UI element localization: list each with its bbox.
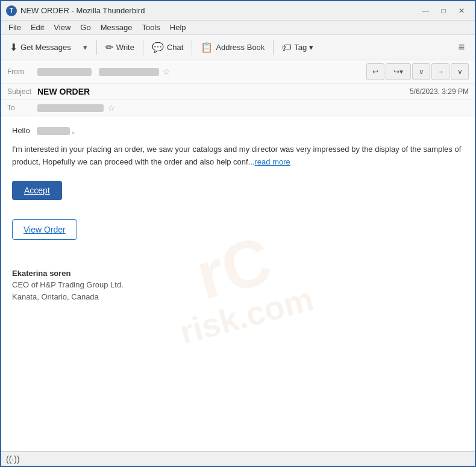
greeting-space xyxy=(32,126,34,135)
chat-label: Chat xyxy=(167,43,183,52)
email-date: 5/6/2023, 3:29 PM xyxy=(410,87,469,96)
view-order-button[interactable]: View Order xyxy=(12,219,77,240)
greeting-name xyxy=(37,127,70,135)
chat-icon: 💬 xyxy=(152,42,164,53)
app-icon: T xyxy=(6,5,17,16)
from-value-2 xyxy=(99,68,159,76)
to-row: To ☆ xyxy=(1,100,475,116)
title-bar: T NEW ORDER - Mozilla Thunderbird — □ ✕ xyxy=(1,1,475,20)
menu-tools[interactable]: Tools xyxy=(137,22,164,33)
forward-button[interactable]: → xyxy=(431,63,449,80)
toolbar-divider-3 xyxy=(192,40,192,55)
toolbar-divider-2 xyxy=(143,40,143,55)
subject-label: Subject xyxy=(7,87,37,96)
view-order-button-container: View Order xyxy=(12,219,464,254)
nav-down-button[interactable]: ∨ xyxy=(412,63,430,80)
get-messages-label: Get Messages xyxy=(20,43,71,52)
menu-view[interactable]: View xyxy=(49,22,75,33)
from-row: From ☆ ↩ ↪▾ ∨ → ∨ xyxy=(1,60,475,84)
greeting-comma: , xyxy=(72,126,74,135)
get-messages-icon: ⬇ xyxy=(10,42,17,53)
watermark-line1: rC xyxy=(51,189,417,347)
body-text-content: I'm interested in your placing an order,… xyxy=(12,145,461,166)
toolbar: ⬇ Get Messages ▾ ✏ Write 💬 Chat 📋 Addres… xyxy=(1,35,475,60)
address-book-button[interactable]: 📋 Address Book xyxy=(196,38,269,57)
menu-bar: File Edit View Go Message Tools Help xyxy=(1,20,475,35)
email-header: From ☆ ↩ ↪▾ ∨ → ∨ Subject NEW ORDER 5 xyxy=(1,60,475,116)
write-icon: ✏ xyxy=(105,42,113,53)
from-value-1 xyxy=(37,68,92,76)
window-title: NEW ORDER - Mozilla Thunderbird xyxy=(20,6,417,15)
menu-message[interactable]: Message xyxy=(96,22,137,33)
address-book-label: Address Book xyxy=(216,43,265,52)
write-label: Write xyxy=(116,43,134,52)
accept-button[interactable]: Accept xyxy=(12,181,62,200)
tag-dropdown-icon: ▾ xyxy=(309,43,313,52)
close-button[interactable]: ✕ xyxy=(453,4,470,17)
signature-title: CEO of H&P Trading Group Ltd. xyxy=(12,279,464,292)
email-signature: Ekaterina soren CEO of H&P Trading Group… xyxy=(12,269,464,304)
subject-row: Subject NEW ORDER 5/6/2023, 3:29 PM xyxy=(1,84,475,100)
reply-button[interactable]: ↩ xyxy=(366,63,384,80)
write-button[interactable]: ✏ Write xyxy=(101,38,139,57)
toolbar-divider-4 xyxy=(273,40,274,55)
email-body-paragraph: I'm interested in your placing an order,… xyxy=(12,143,464,169)
email-body: rC risk.com Hello , I'm interested in yo… xyxy=(1,116,475,451)
reply-all-button[interactable]: ↪▾ xyxy=(386,63,411,80)
from-star-icon[interactable]: ☆ xyxy=(163,67,171,77)
maximize-button[interactable]: □ xyxy=(435,4,452,17)
accept-button-container: Accept xyxy=(12,181,464,210)
status-bar: ((·)) xyxy=(1,451,475,466)
toolbar-divider-1 xyxy=(96,40,97,55)
tag-button[interactable]: 🏷 Tag ▾ xyxy=(277,38,318,57)
subject-value: NEW ORDER xyxy=(37,87,410,96)
menu-file[interactable]: File xyxy=(4,22,26,33)
toolbar-menu-button[interactable]: ≡ xyxy=(452,38,471,57)
tag-label: Tag xyxy=(294,43,307,52)
greeting-text: Hello xyxy=(12,126,30,135)
main-window: T NEW ORDER - Mozilla Thunderbird — □ ✕ … xyxy=(0,0,476,467)
get-messages-button[interactable]: ⬇ Get Messages xyxy=(5,38,76,57)
menu-edit[interactable]: Edit xyxy=(26,22,49,33)
from-row-inner: From ☆ ↩ ↪▾ ∨ → ∨ xyxy=(7,63,469,80)
tag-icon: 🏷 xyxy=(282,42,292,53)
chat-button[interactable]: 💬 Chat xyxy=(147,38,188,57)
menu-help[interactable]: Help xyxy=(165,22,191,33)
minimize-button[interactable]: — xyxy=(417,4,434,17)
from-label: From xyxy=(7,67,37,76)
more-button[interactable]: ∨ xyxy=(451,63,469,80)
to-star-icon[interactable]: ☆ xyxy=(107,103,115,113)
to-label: To xyxy=(7,104,37,112)
nav-buttons: ↩ ↪▾ ∨ → ∨ xyxy=(366,63,469,80)
signature-name: Ekaterina soren xyxy=(12,269,464,278)
window-controls: — □ ✕ xyxy=(417,4,470,17)
connection-status-icon: ((·)) xyxy=(6,454,20,464)
address-book-icon: 📋 xyxy=(201,42,213,53)
menu-go[interactable]: Go xyxy=(75,22,95,33)
email-greeting: Hello , xyxy=(12,126,464,135)
read-more-link[interactable]: read more xyxy=(255,157,290,166)
app-icon-letter: T xyxy=(10,7,13,14)
from-left: From ☆ xyxy=(7,67,366,77)
to-value xyxy=(37,104,104,112)
get-messages-dropdown[interactable]: ▾ xyxy=(78,38,93,57)
signature-location: Kanata, Ontario, Canada xyxy=(12,291,464,304)
